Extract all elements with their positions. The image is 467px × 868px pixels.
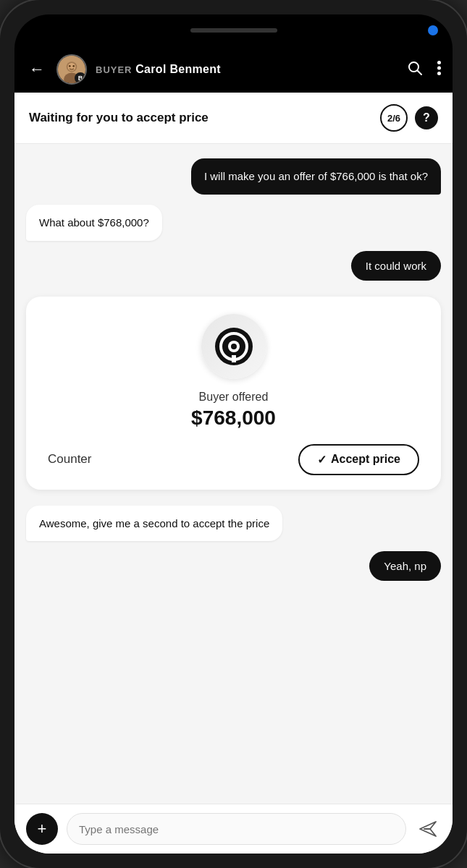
svg-rect-15: [232, 355, 236, 362]
phone-frame: ← B BUYER: [0, 0, 467, 868]
status-bar: [14, 14, 453, 46]
step-badge: 2/6: [380, 104, 408, 132]
nav-title-group: BUYER Carol Benment: [96, 63, 398, 76]
phone-screen: ← B BUYER: [14, 14, 453, 854]
target-icon: [215, 328, 253, 365]
offer-icon-circle: [201, 314, 266, 379]
avatar[interactable]: B: [56, 54, 87, 85]
more-icon[interactable]: [437, 61, 441, 79]
nav-name-text: Carol Benment: [135, 63, 221, 75]
back-button[interactable]: ←: [26, 57, 48, 82]
message-input[interactable]: [67, 813, 406, 845]
send-icon: [418, 820, 437, 838]
svg-point-5: [72, 65, 75, 67]
message-bubble: Yeah, np: [369, 551, 441, 581]
help-button[interactable]: ?: [415, 106, 438, 129]
messages-area: I will make you an offer of $766,000 is …: [14, 144, 453, 804]
nav-role-label: BUYER: [96, 64, 132, 75]
svg-line-7: [418, 70, 422, 75]
svg-point-8: [437, 61, 441, 64]
status-indicator: [428, 25, 438, 35]
nav-bar: ← B BUYER: [14, 46, 453, 93]
nav-contact-name: BUYER Carol Benment: [96, 63, 398, 76]
accept-price-button[interactable]: ✓ Accept price: [298, 444, 419, 475]
accept-check-icon: ✓: [317, 453, 327, 467]
status-title: Waiting for you to accept price: [29, 111, 371, 125]
svg-point-9: [437, 66, 441, 69]
add-button[interactable]: +: [26, 813, 58, 845]
notch: [190, 28, 277, 33]
chat-container: Waiting for you to accept price 2/6 ? I …: [14, 93, 453, 854]
accept-label: Accept price: [331, 453, 400, 466]
svg-point-14: [231, 344, 237, 349]
counter-button[interactable]: Counter: [48, 452, 91, 467]
message-bubble: What about $768,000?: [26, 205, 162, 241]
nav-actions: [407, 60, 441, 80]
send-button[interactable]: [415, 816, 441, 842]
offer-actions: Counter ✓ Accept price: [41, 444, 426, 475]
message-bubble: It could work: [351, 251, 441, 281]
message-bubble: I will make you an offer of $766,000 is …: [191, 158, 441, 195]
offer-amount: $768,000: [191, 407, 276, 430]
svg-point-4: [69, 65, 71, 67]
avatar-badge: B: [75, 72, 86, 84]
offer-label: Buyer offered: [199, 391, 269, 404]
message-bubble: Awesome, give me a second to accept the …: [26, 506, 282, 542]
input-area: +: [14, 804, 453, 854]
offer-card: Buyer offered $768,000 Counter ✓ Accept …: [26, 297, 441, 490]
svg-point-10: [437, 72, 441, 75]
status-header: Waiting for you to accept price 2/6 ?: [14, 93, 453, 144]
search-icon[interactable]: [407, 60, 423, 80]
